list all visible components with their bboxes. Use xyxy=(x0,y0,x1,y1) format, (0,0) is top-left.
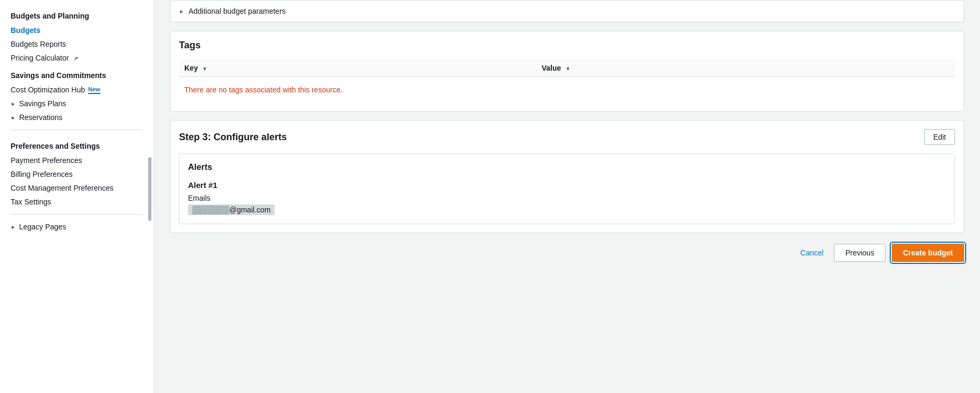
additional-budget-params-header[interactable]: ► Additional budget parameters xyxy=(171,1,964,22)
alert-emails-label: Emails xyxy=(188,194,946,202)
sidebar-divider-1 xyxy=(11,130,143,130)
sidebar: Budgets and Planning Budgets Budgets Rep… xyxy=(0,0,154,393)
reservations-arrow-icon: ► xyxy=(11,115,16,121)
additional-budget-params-arrow-icon: ► xyxy=(179,8,184,14)
step3-section: Step 3: Configure alerts Edit Alerts Ale… xyxy=(170,120,964,233)
tags-section: Tags Key ▼ Value ▼ There are no xyxy=(170,31,964,112)
step3-title: Step 3: Configure alerts xyxy=(179,132,287,143)
sidebar-item-legacy-pages[interactable]: ► Legacy Pages xyxy=(0,220,154,234)
create-budget-button[interactable]: Create budget xyxy=(892,244,964,262)
tags-value-column-header: Value ▼ xyxy=(536,59,955,77)
footer-actions: Cancel Previous Create budget xyxy=(170,244,964,262)
sidebar-divider-2 xyxy=(11,214,143,215)
alert-email-value: ███████@gmail.com xyxy=(188,204,275,215)
additional-budget-params-section: ► Additional budget parameters xyxy=(170,0,964,22)
sidebar-item-billing-preferences[interactable]: Billing Preferences xyxy=(0,167,154,181)
sidebar-section-budgets-title: Budgets and Planning xyxy=(0,5,154,23)
sidebar-item-savings-plans[interactable]: ► Savings Plans xyxy=(0,97,154,110)
main-content: ► Additional budget parameters Tags Key … xyxy=(154,0,980,393)
previous-button[interactable]: Previous xyxy=(834,244,885,262)
tags-title: Tags xyxy=(179,40,955,51)
sidebar-item-cost-optimization-hub[interactable]: Cost Optimization Hub New xyxy=(0,83,154,97)
additional-budget-params-title: Additional budget parameters xyxy=(189,7,286,15)
cancel-button[interactable]: Cancel xyxy=(796,249,828,257)
external-link-icon: ↗ xyxy=(73,55,78,62)
new-badge: New xyxy=(88,86,100,94)
alerts-title: Alerts xyxy=(188,163,946,172)
sidebar-item-budgets-reports[interactable]: Budgets Reports xyxy=(0,37,154,51)
sidebar-scrollbar[interactable] xyxy=(148,157,151,221)
legacy-pages-arrow-icon: ► xyxy=(11,224,16,230)
savings-plans-arrow-icon: ► xyxy=(11,101,16,107)
sidebar-item-pricing-calculator[interactable]: Pricing Calculator ↗ xyxy=(0,51,154,65)
key-sort-icon[interactable]: ▼ xyxy=(202,66,208,72)
sidebar-item-budgets[interactable]: Budgets xyxy=(0,23,154,37)
alert-1-title: Alert #1 xyxy=(188,181,946,190)
tags-key-column-header: Key ▼ xyxy=(179,59,536,77)
step3-header: Step 3: Configure alerts Edit xyxy=(179,129,955,145)
sidebar-item-reservations[interactable]: ► Reservations xyxy=(0,110,154,124)
sidebar-section-preferences-title: Preferences and Settings xyxy=(0,135,154,153)
sidebar-section-savings-title: Savings and Commitments xyxy=(0,65,154,83)
sidebar-item-payment-preferences[interactable]: Payment Preferences xyxy=(0,153,154,167)
value-sort-icon[interactable]: ▼ xyxy=(565,66,570,72)
sidebar-item-cost-management-preferences[interactable]: Cost Management Preferences xyxy=(0,181,154,195)
tags-empty-message: There are no tags associated with this r… xyxy=(179,77,955,103)
sidebar-item-tax-settings[interactable]: Tax Settings xyxy=(0,195,154,209)
tags-table: Key ▼ Value ▼ There are no tags associat… xyxy=(179,59,955,102)
alerts-container: Alerts Alert #1 Emails ███████@gmail.com xyxy=(179,153,955,224)
step3-edit-button[interactable]: Edit xyxy=(924,129,955,145)
